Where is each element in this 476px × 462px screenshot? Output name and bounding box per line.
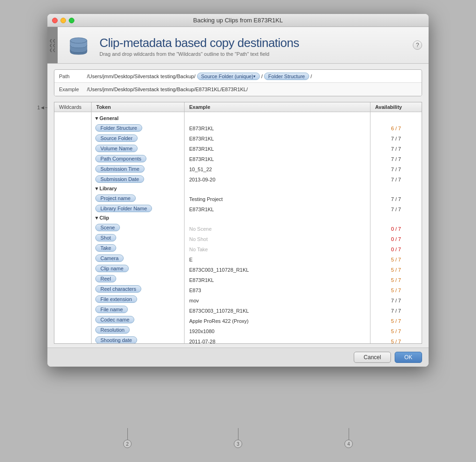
example-row-item: No Scene [185,224,370,234]
example-text-camera: E [189,257,192,262]
token-badge-reel[interactable]: Reel [95,275,116,282]
example-row-item: mov [185,295,370,306]
bottom-annotations: 2 3 4 [72,428,404,448]
avail-row-item: 7 / 7 [370,194,422,204]
token-row: Submission Time [92,164,184,174]
token-row: File extension [92,294,184,304]
avail-text-resolution: 5 / 7 [391,328,401,334]
example-col-header: Example [185,102,370,112]
token-badge-file-name[interactable]: File name [95,306,128,313]
example-row-item: E873R1KL [185,204,370,214]
section-header-clip: ▾ Clip [92,214,184,222]
path-sep-1: / [261,74,263,79]
section-avail-blank-library [370,185,422,194]
example-text-resolution: 1920x1080 [189,328,214,334]
token-badge-volume-name[interactable]: Volume Name [95,145,138,152]
token-badge-shooting-date[interactable]: Shooting date [95,336,137,343]
chevron-icon-1: ❮❮ [49,39,56,43]
section-avail-blank-general [370,114,422,123]
help-button[interactable]: ? [413,40,422,50]
avail-row-item: 5 / 7 [370,326,422,336]
close-button[interactable] [52,18,58,23]
path-sep-2: / [311,74,312,79]
example-value: /Users/jmm/Desktop/Silverstack testing/B… [87,87,248,92]
token-row: Shooting date [92,335,184,343]
example-text-submission-time: 10_51_22 [189,167,212,172]
avail-text-scene: 0 / 7 [391,226,401,232]
example-row-item: Apple ProRes 422 (Proxy) [185,316,370,326]
example-row-item: E [185,254,370,265]
cancel-button[interactable]: Cancel [354,352,390,363]
maximize-button[interactable] [69,18,74,23]
token-badge-shot[interactable]: Shot [95,234,116,241]
token-row: Scene [92,222,184,233]
wildcards-header: Wildcards Token Example Availability [54,102,422,112]
section-avail-blank-clip [370,214,422,224]
token-badge-submission-time[interactable]: Submission Time [95,165,145,173]
avail-row-item: 7 / 7 [370,174,422,185]
token-badge-take[interactable]: Take [95,244,116,252]
page-subtitle: Drag and drop wildcards from the "Wildca… [99,51,299,57]
token-badge-clip-name[interactable]: Clip name [95,265,129,272]
avail-text-codec-name: 5 / 7 [391,318,401,324]
token-badge-codec-name[interactable]: Codec name [95,316,134,323]
window-title: Backing up Clips from E873R1KL [193,17,283,24]
token-badge-reel-characters[interactable]: Reel characters [95,285,141,293]
avail-row-item: 7 / 7 [370,164,422,174]
example-row-item: 2011-07-28 [185,336,370,343]
token-badge-path-components[interactable]: Path Components [95,155,146,162]
page-title: Clip-metadata based copy destinations [99,36,299,50]
avail-row-item: 7 / 7 [370,306,422,316]
token-badge-file-extension[interactable]: File extension [95,295,137,303]
token-badge-folder-structure[interactable]: Folder Structure [95,124,142,132]
section-header-general: ▾ General [92,114,184,123]
token-row: Project name [92,193,184,203]
example-row-item: E873R1KL [185,154,370,164]
avail-text-camera: 5 / 7 [391,257,401,262]
example-text-volume-name: E873R1KL [189,146,214,152]
example-text-reel: E873R1KL [189,277,214,283]
token-badge-source-folder[interactable]: Source Folder [95,134,138,142]
avail-row-item: 0 / 7 [370,234,422,244]
source-folder-token[interactable]: Source Folder (unique) [197,73,260,80]
folder-structure-token[interactable]: Folder Structure [264,73,309,80]
minimize-button[interactable] [60,18,66,23]
example-row-item: No Take [185,244,370,254]
example-text-file-name: E873C003_110728_R1KL [189,308,249,314]
wildcards-spacer [54,112,92,343]
ok-button[interactable]: OK [395,352,422,363]
example-row: Example /Users/jmm/Desktop/Silverstack t… [54,83,422,96]
token-row: Reel characters [92,284,184,294]
token-badge-scene[interactable]: Scene [95,224,120,231]
token-row: Clip name [92,263,184,274]
avail-row-item: 5 / 7 [370,336,422,343]
wildcards-section: Wildcards Token Example Availability ▾ G… [54,102,422,344]
avail-text-shot: 0 / 7 [391,236,401,242]
example-text-scene: No Scene [189,226,212,232]
path-label: Path [59,74,87,79]
avail-text-reel: 5 / 7 [391,277,401,283]
example-row-item: E873C003_110728_R1KL [185,306,370,316]
token-row: Codec name [92,315,184,325]
traffic-lights [52,18,74,23]
example-row-item: Testing Project [185,194,370,204]
token-badge-camera[interactable]: Camera [95,254,124,262]
avail-text-reel-characters: 5 / 7 [391,288,401,293]
token-row: Folder Structure [92,123,184,133]
token-badge-project-name[interactable]: Project name [95,194,136,202]
avail-text-submission-time: 7 / 7 [391,167,401,172]
avail-text-take: 0 / 7 [391,247,401,252]
annotation-3: 3 [234,428,242,448]
token-badge-resolution[interactable]: Resolution [95,326,130,334]
token-badge-submission-date[interactable]: Submission Date [95,175,144,183]
token-row: Path Components [92,154,184,164]
example-text-library-folder-name: E873R1KL [189,207,214,212]
token-col-header: Token [92,102,185,112]
chevron-icon-3: ❮❮ [49,48,56,52]
section-header-library: ▾ Library [92,184,184,193]
token-badge-library-folder-name[interactable]: Library Folder Name [95,205,152,212]
app-icon [67,34,90,58]
example-text-file-extension: mov [189,298,199,303]
example-text-shot: No Shot [189,236,208,242]
example-text-project-name: Testing Project [189,196,223,202]
